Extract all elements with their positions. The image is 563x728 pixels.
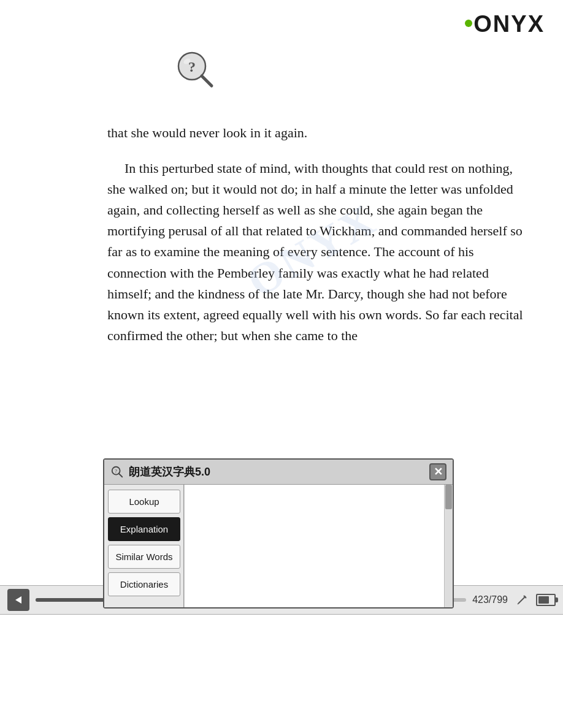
arrow-icon (13, 594, 24, 605)
dict-nav-dictionaries[interactable]: Dictionaries (108, 572, 180, 596)
dict-content-area (184, 485, 453, 607)
svg-text:?: ? (115, 469, 117, 474)
dict-nav-lookup[interactable]: Lookup (108, 490, 180, 514)
dict-popup-title: 朗道英汉字典5.0 (129, 464, 210, 479)
dict-search-icon: ? (110, 465, 124, 479)
dict-popup-body: Lookup Explanation Similar Words Diction… (104, 485, 453, 607)
logo-dot (465, 20, 472, 27)
dict-scrollbar-thumb[interactable] (445, 485, 452, 509)
svg-line-2 (202, 76, 212, 86)
page-info: 423/799 (472, 594, 508, 605)
dict-nav-explanation[interactable]: Explanation (108, 517, 180, 541)
dict-scrollbar[interactable] (444, 485, 453, 607)
svg-line-6 (119, 474, 123, 477)
book-paragraph-2: In this perturbed state of mind, with th… (107, 158, 526, 346)
book-paragraph-1: that she would never look in it again. (107, 123, 526, 143)
dict-nav-panel: Lookup Explanation Similar Words Diction… (104, 485, 184, 607)
dict-title-area: ? 朗道英汉字典5.0 (110, 464, 210, 479)
svg-line-8 (518, 596, 526, 604)
onyx-logo: ONYX (465, 11, 545, 37)
dict-popup-header: ? 朗道英汉字典5.0 ✕ (104, 460, 453, 485)
search-icon-decoration: ? (172, 46, 221, 95)
nav-back-button[interactable] (7, 589, 29, 611)
battery-icon (536, 594, 556, 606)
battery-fill (538, 596, 549, 604)
dict-popup: ? 朗道英汉字典5.0 ✕ Lookup Explanation Similar… (103, 458, 454, 609)
svg-marker-7 (15, 596, 21, 604)
svg-line-9 (518, 604, 518, 604)
dict-close-button[interactable]: ✕ (429, 463, 446, 480)
book-content: that she would never look in it again. I… (107, 123, 526, 346)
edit-icon-button[interactable] (514, 592, 530, 608)
magnifier-icon: ? (175, 49, 218, 92)
pencil-icon (516, 594, 528, 606)
dict-nav-similar-words[interactable]: Similar Words (108, 545, 180, 569)
